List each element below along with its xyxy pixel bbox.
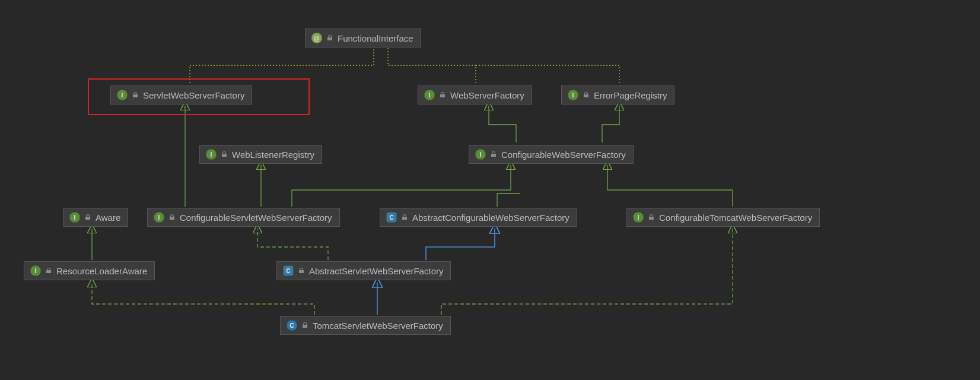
node-label: ErrorPageRegistry [594, 90, 667, 100]
node-label: AbstractServletWebServerFactory [309, 266, 443, 276]
edges-layer [0, 0, 980, 380]
node-web-server-factory[interactable]: I WebServerFactory [418, 86, 532, 104]
annotation-icon: @ [311, 33, 322, 43]
lock-icon [46, 268, 52, 274]
node-tomcat-servlet-web-server-factory[interactable]: C TomcatServletWebServerFactory [280, 316, 451, 335]
node-label: WebListenerRegistry [232, 150, 314, 160]
node-servlet-web-server-factory[interactable]: I ServletWebServerFactory [110, 86, 252, 104]
class-icon: C [287, 320, 297, 331]
node-abstract-configurable-web-server-factory[interactable]: C AbstractConfigurableWebServerFactory [380, 208, 577, 227]
interface-icon: I [206, 149, 217, 160]
abstract-class-icon: C [386, 212, 397, 223]
node-label: ServletWebServerFactory [143, 90, 244, 100]
node-label: ConfigurableServletWebServerFactory [180, 213, 332, 223]
node-label: TomcatServletWebServerFactory [313, 321, 443, 331]
abstract-class-icon: C [283, 265, 294, 276]
lock-icon [491, 151, 497, 157]
lock-icon [583, 92, 589, 98]
lock-icon [648, 214, 654, 220]
node-configurable-web-server-factory[interactable]: I ConfigurableWebServerFactory [469, 145, 634, 164]
interface-icon: I [568, 90, 578, 100]
lock-icon [169, 214, 175, 220]
interface-icon: I [633, 212, 644, 223]
node-aware[interactable]: I Aware [63, 208, 128, 227]
node-configurable-tomcat-web-server-factory[interactable]: I ConfigurableTomcatWebServerFactory [626, 208, 820, 227]
node-resource-loader-aware[interactable]: I ResourceLoaderAware [24, 261, 155, 280]
node-label: FunctionalInterface [338, 33, 413, 43]
interface-icon: I [117, 90, 128, 100]
node-label: ConfigurableTomcatWebServerFactory [659, 213, 812, 223]
diagram-canvas: @ FunctionalInterface I ServletWebServer… [0, 0, 980, 380]
node-label: AbstractConfigurableWebServerFactory [412, 213, 569, 223]
node-abstract-servlet-web-server-factory[interactable]: C AbstractServletWebServerFactory [276, 261, 451, 280]
interface-icon: I [424, 90, 435, 100]
node-label: ResourceLoaderAware [56, 266, 147, 276]
interface-icon: I [30, 265, 41, 276]
lock-icon [221, 151, 227, 157]
interface-icon: I [154, 212, 164, 223]
node-error-page-registry[interactable]: I ErrorPageRegistry [561, 86, 674, 104]
lock-icon [402, 214, 408, 220]
node-label: ConfigurableWebServerFactory [501, 150, 626, 160]
lock-icon [302, 322, 308, 328]
node-label: WebServerFactory [450, 90, 524, 100]
node-label: Aware [96, 213, 120, 223]
interface-icon: I [69, 212, 80, 223]
lock-icon [327, 35, 333, 41]
interface-icon: I [475, 149, 486, 160]
lock-icon [298, 268, 304, 274]
lock-icon [132, 92, 138, 98]
node-functional-interface[interactable]: @ FunctionalInterface [305, 28, 421, 48]
lock-icon [440, 92, 446, 98]
node-configurable-servlet-web-server-factory[interactable]: I ConfigurableServletWebServerFactory [147, 208, 340, 227]
lock-icon [85, 214, 91, 220]
node-web-listener-registry[interactable]: I WebListenerRegistry [199, 145, 322, 164]
